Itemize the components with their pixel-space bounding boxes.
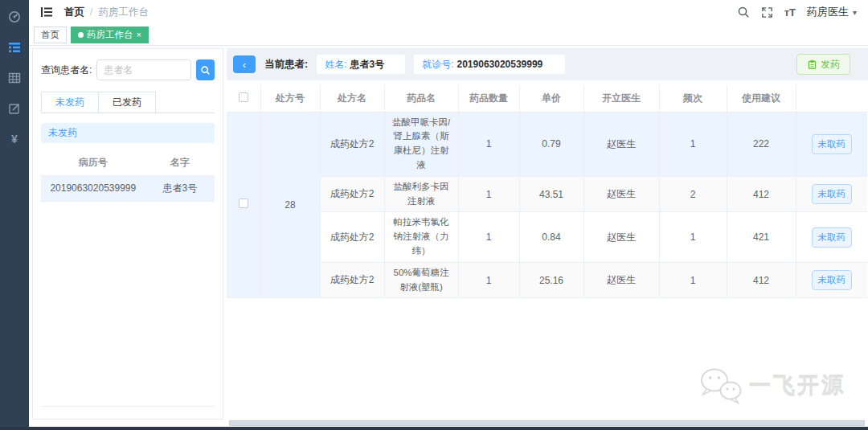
dispense-panel: ‹ 当前患者: 姓名: 患者3号 就诊号: 2019063020539999 发… [227,48,868,420]
patient-panel: 查询患者名: 未发药 已发药 未发药 病历号 名 [32,48,223,420]
doctor: 赵医生 [583,176,659,212]
usage-advice: 222 [727,112,796,176]
tag-pharmacy-label: 药房工作台 [87,29,133,41]
name-value: 患者3号 [350,58,385,72]
drug-qty: 1 [458,262,519,298]
watermark: 一飞开源 [698,367,845,405]
action-cell: 未取药 [796,176,867,212]
col-rx-name: 处方名 [320,85,384,112]
content: 查询患者名: 未发药 已发药 未发药 病历号 名 [29,46,868,420]
patient-name-input[interactable] [96,59,191,80]
search-icon [200,65,211,76]
panel-divider [41,406,215,419]
dispense-label: 发药 [821,58,840,72]
dispense-button[interactable]: 发药 [796,54,850,75]
usage-advice: 421 [727,212,796,262]
patient-record-no: 2019063020539999 [41,175,145,201]
rx-no-cell: 28 [260,112,320,298]
font-size-icon[interactable]: тT [784,6,796,18]
visit-no-box: 就诊号: 2019063020539999 [414,55,565,74]
untaken-button[interactable]: 未取药 [812,270,853,290]
col-drug-qty: 药品数量 [458,85,519,112]
window-bottom-edge [0,427,868,430]
unit-price: 0.79 [519,112,583,176]
table-icon[interactable] [8,72,21,84]
rx-row-3[interactable]: 成药处方2 帕拉米韦氯化钠注射液（力纬） 1 0.84 赵医生 1 421 未取… [227,212,867,262]
horizontal-scrollbar [29,420,868,427]
app-window: ¥ 首页 / 药房工作台 тT 药房医生 [0,0,868,427]
select-all-checkbox[interactable] [239,92,248,102]
form-edit-icon[interactable] [8,102,21,115]
tag-pharmacy-workbench[interactable]: 药房工作台 × [71,27,149,43]
action-cell: 未取药 [796,212,867,262]
patient-search-button[interactable] [196,59,215,80]
dispense-icon [807,59,817,70]
user-name: 药房医生 [807,5,849,19]
breadcrumb-home[interactable]: 首页 [64,6,84,19]
usage-advice: 412 [727,176,796,212]
wechat-bubbles-icon [698,367,744,405]
rx-type: 成药处方2 [320,262,384,298]
drug-qty: 1 [458,212,519,262]
tag-home[interactable]: 首页 [34,27,67,43]
tags-bar: 首页 药房工作台 × [29,24,868,46]
active-dot-icon [78,32,84,38]
prescription-table: 处方号 处方名 药品名 药品数量 单价 开立医生 频次 使用建议 [227,85,867,298]
tab-undispensed[interactable]: 未发药 [41,92,99,113]
col-doctor: 开立医生 [583,85,659,112]
sidebar: ¥ [0,0,29,427]
col-rx-no: 处方号 [260,85,320,112]
unit-price: 43.51 [519,176,583,212]
frequency: 1 [659,262,727,298]
untaken-button[interactable]: 未取药 [812,227,853,248]
search-icon[interactable] [737,6,750,18]
breadcrumb: 首页 / 药房工作台 [64,6,149,19]
query-label: 查询患者名: [41,63,92,77]
pharmacy-worklist-icon[interactable] [8,41,21,54]
dashboard-icon[interactable] [8,10,21,23]
patient-list-table: 病历号 名字 2019063020539999 患者3号 [41,151,215,202]
frequency: 1 [659,212,727,262]
dispense-status-tabs: 未发药 已发药 [41,92,215,113]
rx-row-2[interactable]: 成药处方2 盐酸利多卡因注射液 1 43.51 赵医生 2 412 未取药 [227,176,867,212]
drug-qty: 1 [458,112,519,176]
untaken-button[interactable]: 未取药 [812,134,853,154]
hamburger-icon[interactable] [40,6,53,18]
breadcrumb-separator: / [90,6,92,18]
drug-name: 帕拉米韦氯化钠注射液（力纬） [384,212,458,262]
rx-row-4[interactable]: 成药处方2 50%葡萄糖注射液(塑瓶) 1 25.16 赵医生 1 412 未取… [227,262,867,298]
money-icon[interactable]: ¥ [8,133,21,145]
current-patient-toolbar: ‹ 当前患者: 姓名: 患者3号 就诊号: 2019063020539999 发… [227,48,868,80]
header-checkbox-cell [227,85,260,112]
scrollbar-thumb[interactable] [229,420,865,426]
col-patient-name: 名字 [145,151,215,175]
back-button[interactable]: ‹ [233,55,256,73]
tab-dispensed[interactable]: 已发药 [99,92,156,113]
frequency: 1 [659,112,727,176]
untaken-button[interactable]: 未取药 [812,184,853,204]
patient-row[interactable]: 2019063020539999 患者3号 [41,175,215,201]
doctor: 赵医生 [583,112,659,176]
frequency: 2 [659,176,727,212]
tag-close-icon[interactable]: × [137,31,141,39]
drug-name: 盐酸甲哌卡因/肾上腺素（斯康杜尼）注射液 [384,112,458,176]
money-glyph: ¥ [11,133,18,145]
main-column: 首页 / 药房工作台 тT 药房医生 ▾ 首页 [29,0,868,427]
unit-price: 25.16 [519,262,583,298]
navbar: 首页 / 药房工作台 тT 药房医生 ▾ [29,0,868,24]
visit-key: 就诊号: [422,58,453,72]
fullscreen-icon[interactable] [761,6,773,18]
current-patient-label: 当前患者: [264,58,308,72]
rx-type: 成药处方2 [320,112,384,176]
patient-name-box: 姓名: 患者3号 [317,55,405,74]
user-dropdown[interactable]: 药房医生 ▾ [807,5,857,19]
unit-price: 0.84 [519,212,583,262]
drug-name: 盐酸利多卡因注射液 [384,176,458,212]
col-frequency: 频次 [659,85,727,112]
col-action [796,85,867,112]
caret-down-icon: ▾ [853,8,857,17]
row-checkbox[interactable] [239,199,248,208]
col-record-no: 病历号 [41,151,145,175]
rx-row-1[interactable]: 28 成药处方2 盐酸甲哌卡因/肾上腺素（斯康杜尼）注射液 1 0.79 赵医生… [227,112,867,176]
breadcrumb-current: 药房工作台 [98,6,149,19]
